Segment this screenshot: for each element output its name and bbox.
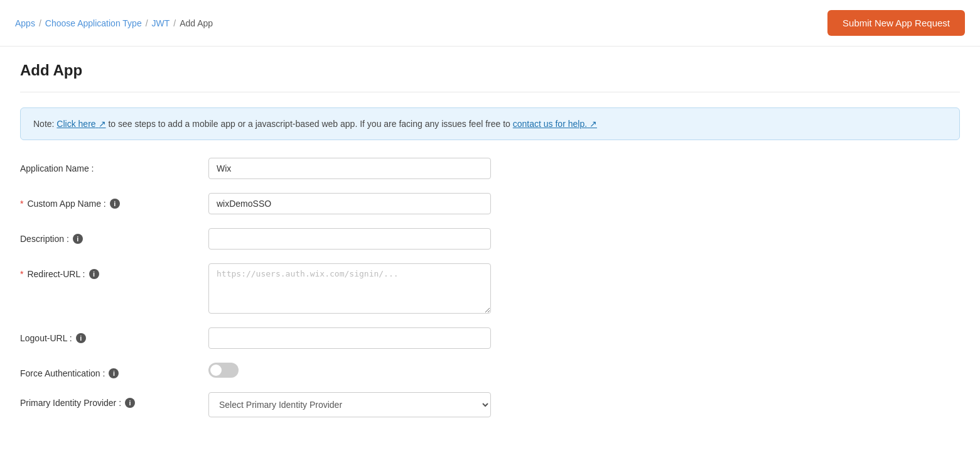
redirect-url-info-icon[interactable]: i bbox=[89, 269, 99, 279]
info-banner-click-here-link[interactable]: Click here ↗ bbox=[57, 119, 105, 129]
required-asterisk-2: * bbox=[20, 269, 23, 279]
description-input[interactable] bbox=[208, 228, 491, 250]
force-auth-label: Force Authentication : i bbox=[20, 363, 208, 378]
logout-url-row: Logout-URL : i bbox=[20, 327, 773, 349]
breadcrumb-jwt[interactable]: JWT bbox=[152, 18, 170, 28]
force-auth-row: Force Authentication : i bbox=[20, 363, 773, 378]
force-auth-info-icon[interactable]: i bbox=[109, 368, 119, 378]
primary-idp-row: Primary Identity Provider : i Select Pri… bbox=[20, 392, 773, 417]
primary-idp-info-icon[interactable]: i bbox=[125, 398, 135, 408]
breadcrumb-add-app: Add App bbox=[180, 18, 213, 28]
page-content: Add App Note: Click here ↗ to see steps … bbox=[0, 47, 980, 446]
breadcrumb-sep-3: / bbox=[173, 18, 176, 28]
breadcrumb-choose-app-type[interactable]: Choose Application Type bbox=[45, 18, 142, 28]
external-link-icon: ↗ bbox=[99, 119, 106, 129]
application-name-input[interactable] bbox=[208, 158, 491, 179]
submit-new-app-request-button[interactable]: Submit New App Request bbox=[827, 10, 965, 36]
info-banner: Note: Click here ↗ to see steps to add a… bbox=[20, 107, 960, 140]
info-banner-middle-text: to see steps to add a mobile app or a ja… bbox=[106, 119, 513, 129]
page-divider bbox=[20, 92, 960, 92]
redirect-url-textarea[interactable]: https://users.auth.wix.com/signin/... bbox=[208, 263, 491, 314]
custom-app-name-input[interactable] bbox=[208, 193, 491, 214]
required-asterisk: * bbox=[20, 199, 23, 209]
application-name-label: Application Name : bbox=[20, 158, 208, 173]
force-auth-toggle[interactable] bbox=[208, 363, 239, 378]
breadcrumb-sep-2: / bbox=[146, 18, 148, 28]
description-row: Description : i bbox=[20, 228, 773, 250]
breadcrumb-apps[interactable]: Apps bbox=[15, 18, 35, 28]
description-info-icon[interactable]: i bbox=[73, 234, 83, 244]
description-label: Description : i bbox=[20, 228, 208, 244]
redirect-url-row: * Redirect-URL : i https://users.auth.wi… bbox=[20, 263, 773, 314]
force-auth-toggle-container bbox=[208, 363, 239, 378]
info-banner-note-prefix: Note: bbox=[33, 119, 57, 129]
toggle-slider bbox=[208, 363, 239, 378]
custom-app-name-label: * Custom App Name : i bbox=[20, 193, 208, 209]
primary-idp-select[interactable]: Select Primary Identity Provider Google … bbox=[208, 392, 491, 417]
logout-url-input[interactable] bbox=[208, 327, 491, 349]
custom-app-name-row: * Custom App Name : i bbox=[20, 193, 773, 214]
redirect-url-label: * Redirect-URL : i bbox=[20, 263, 208, 279]
page-title: Add App bbox=[20, 62, 960, 79]
info-banner-contact-link[interactable]: contact us for help. ↗ bbox=[513, 119, 597, 129]
application-name-row: Application Name : bbox=[20, 158, 773, 179]
custom-app-name-info-icon[interactable]: i bbox=[110, 199, 120, 209]
external-link-icon-2: ↗ bbox=[590, 119, 597, 129]
breadcrumb-sep-1: / bbox=[39, 18, 41, 28]
logout-url-label: Logout-URL : i bbox=[20, 327, 208, 343]
logout-url-info-icon[interactable]: i bbox=[76, 333, 86, 343]
breadcrumb: Apps / Choose Application Type / JWT / A… bbox=[15, 18, 213, 28]
add-app-form: Application Name : * Custom App Name : i… bbox=[20, 158, 773, 417]
top-bar: Apps / Choose Application Type / JWT / A… bbox=[0, 0, 980, 47]
primary-idp-label: Primary Identity Provider : i bbox=[20, 392, 208, 408]
